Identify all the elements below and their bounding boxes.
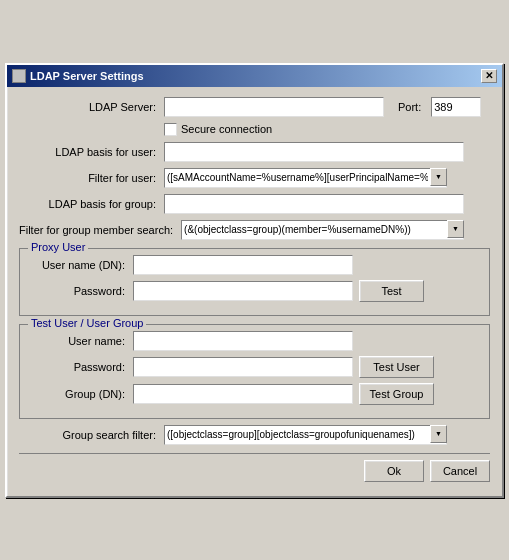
close-button[interactable]: ✕ (481, 69, 497, 83)
group-search-input[interactable] (164, 425, 447, 445)
proxy-password-input[interactable] (133, 281, 353, 301)
ldap-server-input[interactable] (164, 97, 384, 117)
ldap-server-row: LDAP Server: Port: (19, 97, 490, 117)
ok-button[interactable]: Ok (364, 460, 424, 482)
title-bar: LDAP Server Settings ✕ (7, 65, 502, 87)
proxy-username-input[interactable] (133, 255, 353, 275)
cancel-button[interactable]: Cancel (430, 460, 490, 482)
proxy-user-title: Proxy User (28, 241, 88, 253)
server-port-group: Port: (164, 97, 481, 117)
ldap-basis-group-input[interactable] (164, 194, 464, 214)
title-bar-text: LDAP Server Settings (12, 69, 144, 83)
bottom-buttons: Ok Cancel (19, 453, 490, 486)
ldap-server-label: LDAP Server: (19, 101, 164, 113)
proxy-password-label: Password: (28, 285, 133, 297)
secure-checkbox[interactable] (164, 123, 177, 136)
test-password-label: Password: (28, 361, 133, 373)
ldap-settings-window: LDAP Server Settings ✕ LDAP Server: Port… (5, 63, 504, 498)
filter-user-label: Filter for user: (19, 172, 164, 184)
port-input[interactable] (431, 97, 481, 117)
group-search-label: Group search filter: (19, 429, 164, 441)
filter-group-label: Filter for group member search: (19, 224, 181, 236)
test-group-button[interactable]: Test Group (359, 383, 434, 405)
secure-row: Secure connection (19, 123, 490, 136)
test-username-row: User name: (28, 331, 481, 351)
filter-group-row: Filter for group member search: (19, 220, 490, 240)
test-password-row: Password: Test User (28, 356, 481, 378)
test-user-section: Test User / User Group User name: Passwo… (19, 324, 490, 419)
group-search-combo-wrapper (164, 425, 447, 445)
ldap-basis-user-row: LDAP basis for user: (19, 142, 490, 162)
filter-user-row: Filter for user: (19, 168, 490, 188)
group-search-row: Group search filter: (19, 425, 490, 445)
proxy-user-section: Proxy User User name (DN): Password: Tes… (19, 248, 490, 316)
test-user-button[interactable]: Test User (359, 356, 434, 378)
window-title: LDAP Server Settings (30, 70, 144, 82)
filter-group-combo-wrapper (181, 220, 464, 240)
test-user-title: Test User / User Group (28, 317, 146, 329)
secure-checkbox-wrapper: Secure connection (164, 123, 272, 136)
test-password-input[interactable] (133, 357, 353, 377)
test-username-input[interactable] (133, 331, 353, 351)
test-username-label: User name: (28, 335, 133, 347)
ldap-basis-group-label: LDAP basis for group: (19, 198, 164, 210)
test-group-input[interactable] (133, 384, 353, 404)
proxy-username-row: User name (DN): (28, 255, 481, 275)
ldap-basis-user-label: LDAP basis for user: (19, 146, 164, 158)
test-button[interactable]: Test (359, 280, 424, 302)
ldap-basis-user-input[interactable] (164, 142, 464, 162)
test-group-row: Group (DN): Test Group (28, 383, 481, 405)
window-icon (12, 69, 26, 83)
ldap-basis-group-row: LDAP basis for group: (19, 194, 490, 214)
proxy-username-label: User name (DN): (28, 259, 133, 271)
port-label: Port: (398, 101, 421, 113)
filter-user-input[interactable] (164, 168, 447, 188)
filter-group-input[interactable] (181, 220, 464, 240)
form-content: LDAP Server: Port: Secure connection LDA… (7, 87, 502, 496)
secure-label: Secure connection (181, 123, 272, 135)
proxy-password-row: Password: Test (28, 280, 481, 302)
filter-user-combo-wrapper (164, 168, 447, 188)
test-group-label: Group (DN): (28, 388, 133, 400)
